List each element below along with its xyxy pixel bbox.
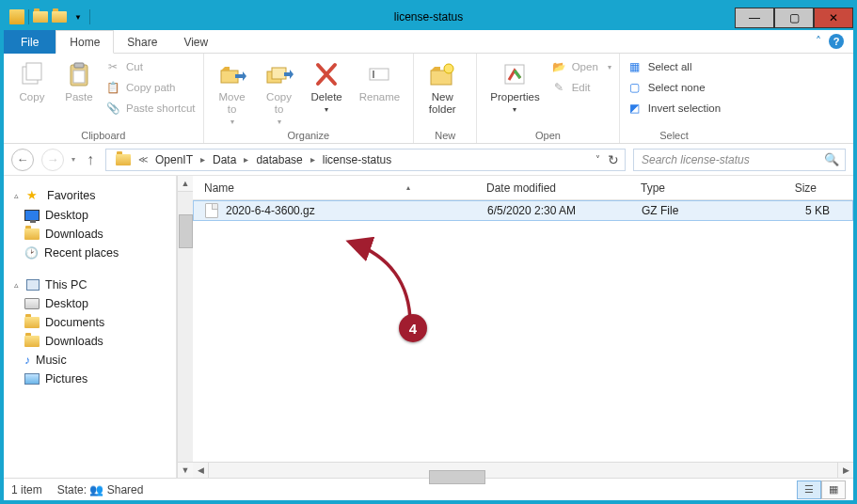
- column-name[interactable]: Name ▴: [204, 176, 486, 199]
- pictures-icon: [24, 373, 40, 385]
- refresh-button[interactable]: ↻: [608, 152, 619, 167]
- scroll-up-icon[interactable]: ▲: [178, 176, 193, 192]
- close-button[interactable]: ✕: [814, 8, 853, 28]
- minimize-button[interactable]: —: [735, 8, 774, 28]
- scroll-left-icon[interactable]: ◀: [193, 463, 209, 478]
- nav-pc-desktop[interactable]: Desktop: [4, 294, 176, 313]
- help-icon[interactable]: ?: [829, 34, 844, 49]
- open-button[interactable]: 📂 Open ▾: [551, 57, 611, 76]
- chevron-right-icon[interactable]: ▸: [309, 154, 317, 165]
- chevron-down-icon: ▾: [278, 118, 281, 126]
- search-icon[interactable]: 🔍: [824, 152, 839, 166]
- scroll-thumb[interactable]: [429, 470, 485, 484]
- breadcrumb-root-icon[interactable]: [110, 150, 136, 170]
- delete-button[interactable]: Delete ▾: [306, 57, 348, 116]
- breadcrumb-item[interactable]: license-status: [317, 150, 397, 170]
- caret-icon: ▵: [11, 191, 21, 200]
- horizontal-scrollbar[interactable]: ◀ ▶: [193, 462, 853, 478]
- chevron-right-icon[interactable]: ≪: [136, 154, 150, 165]
- file-icon: [205, 203, 218, 218]
- separator: [89, 9, 90, 24]
- folder-icon: [116, 154, 131, 165]
- nav-desktop[interactable]: Desktop: [4, 206, 176, 225]
- history-dropdown-icon[interactable]: ▾: [71, 155, 75, 164]
- paste-shortcut-button[interactable]: 📎 Paste shortcut: [105, 99, 196, 118]
- copy-button[interactable]: Copy: [11, 57, 53, 105]
- file-list[interactable]: 2020-6-4-3600.gz 6/5/2020 2:30 AM GZ Fil…: [193, 200, 853, 462]
- svg-rect-7: [272, 68, 286, 79]
- nav-pc-documents[interactable]: Documents: [4, 313, 176, 332]
- chevron-down-icon: ▾: [513, 105, 516, 114]
- breadcrumb-item[interactable]: Data: [207, 150, 242, 170]
- chevron-right-icon[interactable]: ▸: [198, 154, 207, 165]
- titlebar: ▼ license-status — ▢ ✕: [4, 4, 853, 30]
- copy-to-button[interactable]: Copy to ▾: [259, 57, 300, 128]
- caret-icon: ▵: [11, 280, 21, 290]
- tab-file[interactable]: File: [4, 30, 56, 54]
- breadcrumb[interactable]: ≪ OpenIT ▸ Data ▸ database ▸ license-sta…: [105, 149, 626, 171]
- ribbon-tabs: File Home Share View ˄ ?: [4, 30, 853, 54]
- content-area: ▵ ★ Favorites Desktop Downloads 🕑 Recent…: [4, 176, 853, 478]
- details-view-button[interactable]: ☰: [797, 480, 821, 499]
- up-button[interactable]: ↑: [83, 151, 98, 168]
- file-type: GZ File: [642, 204, 773, 217]
- ribbon-collapse-icon[interactable]: ˄: [816, 35, 821, 48]
- scroll-down-icon[interactable]: ▼: [178, 462, 193, 478]
- breadcrumb-item[interactable]: database: [250, 150, 308, 170]
- nav-pc-pictures[interactable]: Pictures: [4, 370, 176, 388]
- search-box[interactable]: 🔍: [633, 149, 846, 171]
- chevron-right-icon[interactable]: ▸: [242, 154, 250, 165]
- icons-view-button[interactable]: ▦: [821, 480, 846, 499]
- nav-pc-downloads[interactable]: Downloads: [4, 332, 176, 351]
- folder-icon: [24, 336, 40, 347]
- edit-button[interactable]: ✎ Edit: [551, 78, 611, 97]
- select-all-icon: ▦: [627, 59, 643, 74]
- breadcrumb-item[interactable]: OpenIT: [150, 150, 198, 170]
- new-folder-button[interactable]: New folder: [421, 57, 463, 118]
- select-none-icon: ▢: [627, 80, 643, 95]
- navigation-pane: ▵ ★ Favorites Desktop Downloads 🕑 Recent…: [4, 176, 177, 478]
- qat-dropdown-icon[interactable]: ▼: [71, 13, 86, 22]
- svg-rect-9: [373, 71, 374, 78]
- scroll-right-icon[interactable]: ▶: [837, 463, 853, 478]
- nav-downloads[interactable]: Downloads: [4, 225, 176, 244]
- column-headers: Name ▴ Date modified Type Size: [193, 176, 853, 200]
- recent-icon: 🕑: [24, 246, 39, 260]
- favorites-header[interactable]: ▵ ★ Favorites: [4, 185, 176, 206]
- copy-path-button[interactable]: 📋 Copy path: [105, 78, 196, 97]
- file-row[interactable]: 2020-6-4-3600.gz 6/5/2020 2:30 AM GZ Fil…: [193, 200, 853, 221]
- nav-pc-music[interactable]: ♪ Music: [4, 351, 176, 370]
- select-none-button[interactable]: ▢ Select none: [627, 78, 721, 97]
- column-size[interactable]: Size: [772, 176, 829, 199]
- select-all-button[interactable]: ▦ Select all: [627, 57, 721, 76]
- address-bar-row: ← → ▾ ↑ ≪ OpenIT ▸ Data ▸ database ▸ lic…: [4, 144, 853, 176]
- navpane-scrollbar[interactable]: ▲ ▼: [177, 176, 193, 478]
- column-type[interactable]: Type: [641, 176, 772, 199]
- move-to-button[interactable]: Move to ▾: [212, 57, 253, 128]
- thispc-header[interactable]: ▵ This PC: [4, 276, 176, 294]
- group-label-new: New: [435, 128, 455, 141]
- chevron-down-icon: ▾: [325, 105, 328, 114]
- forward-button[interactable]: →: [41, 149, 64, 171]
- tab-share[interactable]: Share: [114, 30, 170, 54]
- rename-button[interactable]: Rename: [354, 57, 405, 105]
- paste-button[interactable]: Paste: [58, 57, 100, 105]
- invert-selection-button[interactable]: ◩ Invert selection: [627, 99, 721, 118]
- scroll-thumb[interactable]: [179, 214, 193, 248]
- group-clipboard: Copy Paste ✂ Cut 📋 Copy path: [4, 54, 204, 143]
- nav-recent-places[interactable]: 🕑 Recent places: [4, 244, 176, 262]
- tab-view[interactable]: View: [170, 30, 221, 54]
- qat-properties-icon[interactable]: [52, 11, 67, 23]
- properties-button[interactable]: Properties ▾: [484, 57, 545, 116]
- tab-home[interactable]: Home: [56, 30, 114, 54]
- cut-button[interactable]: ✂ Cut: [105, 57, 196, 76]
- qat-new-folder-icon[interactable]: [33, 11, 48, 23]
- maximize-button[interactable]: ▢: [774, 8, 814, 28]
- music-icon: ♪: [24, 354, 30, 367]
- column-date[interactable]: Date modified: [486, 176, 641, 199]
- search-input[interactable]: [640, 152, 818, 167]
- breadcrumb-dropdown-icon[interactable]: ˅: [595, 154, 600, 165]
- pc-icon: [26, 279, 40, 291]
- back-button[interactable]: ←: [11, 149, 34, 171]
- group-label-clipboard: Clipboard: [81, 128, 125, 141]
